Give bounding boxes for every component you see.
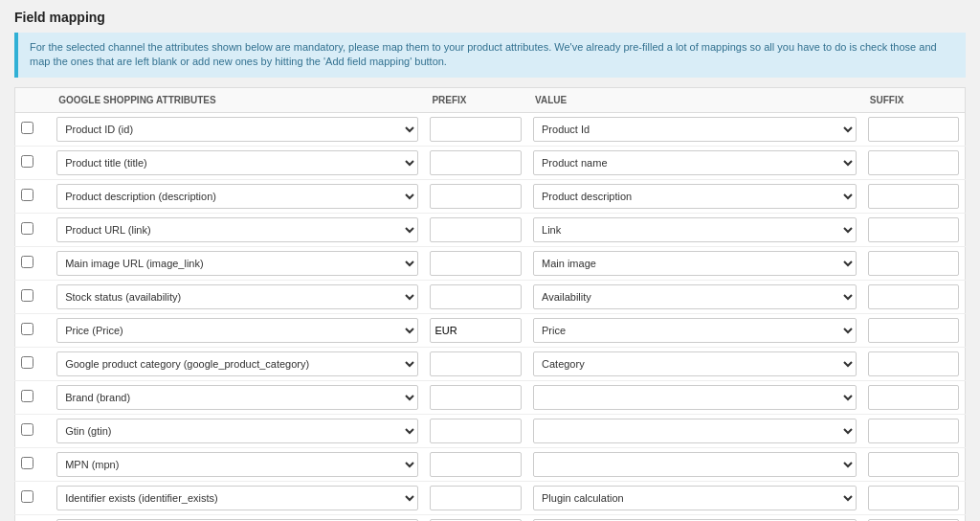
table-row: Google product category (google_product_… [15,347,966,380]
value-select[interactable]: Price [533,318,857,343]
prefix-input[interactable] [430,150,522,175]
value-select[interactable]: Category [533,351,857,376]
table-row: Identifier exists (identifier_exists)Plu… [15,481,966,514]
row-checkbox[interactable] [21,289,33,302]
suffix-input[interactable] [868,419,959,443]
prefix-input[interactable] [430,351,522,376]
row-checkbox[interactable] [21,356,33,369]
google-attribute-select[interactable]: Google product category (google_product_… [56,351,418,376]
table-row: Gtin (gtin) [15,414,966,447]
table-body: Product ID (id)Product IdProduct title (… [15,112,966,521]
value-select[interactable]: Product Id [533,117,857,142]
prefix-input[interactable] [430,217,522,242]
table-row: Stock status (availability)Availability [15,280,966,313]
suffix-input[interactable] [868,184,959,209]
suffix-input[interactable] [868,486,959,510]
table-row: Product title (title)Product name [15,146,966,179]
prefix-input[interactable] [430,318,522,343]
value-select[interactable] [533,419,857,443]
row-checkbox[interactable] [21,189,33,201]
row-checkbox[interactable] [21,122,33,134]
header-suffix: SUFFIX [862,87,966,112]
value-select[interactable]: Product description [533,184,857,209]
info-box: For the selected channel the attributes … [14,33,966,78]
row-checkbox[interactable] [21,390,33,402]
table-row: Condition (condition)Condition [15,514,966,521]
table-row: Product description (description)Product… [15,179,966,213]
suffix-input[interactable] [868,452,959,477]
value-select[interactable]: Main image [533,251,857,276]
google-attribute-select[interactable]: Product URL (link) [56,217,418,242]
table-row: MPN (mpn) [15,447,966,481]
row-checkbox[interactable] [21,457,33,469]
table-row: Product ID (id)Product Id [15,112,966,146]
google-attribute-select[interactable]: Product ID (id) [56,117,418,142]
google-attribute-select[interactable]: Identifier exists (identifier_exists) [56,486,418,510]
prefix-input[interactable] [430,385,522,410]
info-text: For the selected channel the attributes … [30,41,937,67]
prefix-input[interactable] [430,251,522,276]
header-prefix: PREFIX [424,87,527,112]
value-select[interactable]: Plugin calculation [533,486,857,510]
suffix-input[interactable] [868,217,959,242]
row-checkbox[interactable] [21,490,33,503]
suffix-input[interactable] [868,251,959,276]
table-row: Main image URL (image_link)Main image [15,246,966,280]
value-select[interactable]: Link [533,217,857,242]
prefix-input[interactable] [430,184,522,209]
field-mapping-table: GOOGLE SHOPPING ATTRIBUTES PREFIX VALUE … [14,87,966,521]
row-checkbox[interactable] [21,323,33,335]
header-google: GOOGLE SHOPPING ATTRIBUTES [51,87,424,112]
google-attribute-select[interactable]: Product title (title) [56,150,418,175]
suffix-input[interactable] [868,385,959,410]
page-wrapper: Field mapping For the selected channel t… [0,0,980,521]
table-header-row: GOOGLE SHOPPING ATTRIBUTES PREFIX VALUE … [15,87,966,112]
google-attribute-select[interactable]: Gtin (gtin) [56,419,418,443]
google-attribute-select[interactable]: Brand (brand) [56,385,418,410]
suffix-input[interactable] [868,351,959,376]
prefix-input[interactable] [430,284,522,309]
row-checkbox[interactable] [21,155,33,168]
table-row: Product URL (link)Link [15,213,966,246]
google-attribute-select[interactable]: MPN (mpn) [56,452,418,477]
prefix-input[interactable] [430,452,522,477]
row-checkbox[interactable] [21,256,33,268]
value-select[interactable]: Availability [533,284,857,309]
suffix-input[interactable] [868,150,959,175]
header-check [15,87,52,112]
header-value: VALUE [527,87,862,112]
table-row: Brand (brand) [15,380,966,414]
google-attribute-select[interactable]: Stock status (availability) [56,284,418,309]
value-select[interactable]: Product name [533,150,857,175]
row-checkbox[interactable] [21,423,33,436]
suffix-input[interactable] [868,284,959,309]
prefix-input[interactable] [430,117,522,142]
google-attribute-select[interactable]: Price (Price) [56,318,418,343]
prefix-input[interactable] [430,486,522,510]
table-row: Price (Price)Price [15,313,966,347]
page-title: Field mapping [14,10,966,25]
value-select[interactable] [533,385,857,410]
suffix-input[interactable] [868,318,959,343]
google-attribute-select[interactable]: Main image URL (image_link) [56,251,418,276]
prefix-input[interactable] [430,419,522,443]
value-select[interactable] [533,452,857,477]
row-checkbox[interactable] [21,222,33,235]
google-attribute-select[interactable]: Product description (description) [56,184,418,209]
suffix-input[interactable] [868,117,959,142]
